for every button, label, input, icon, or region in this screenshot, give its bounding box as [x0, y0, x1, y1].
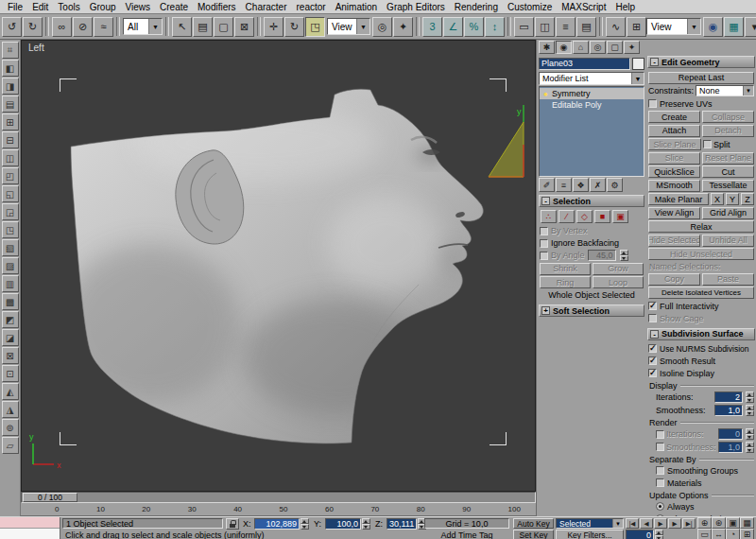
reference-coordinate-dropdown[interactable]: View▼: [327, 18, 370, 35]
delete-isolated-vertices-button[interactable]: Delete Isolated Vertices: [648, 287, 754, 299]
select-by-name-icon[interactable]: ▤: [193, 17, 213, 37]
modifier-list-dropdown[interactable]: Modifier List▼: [539, 72, 644, 85]
undo-icon[interactable]: ↺: [2, 17, 22, 37]
redo-icon[interactable]: ↻: [23, 17, 43, 37]
left-tool-icon[interactable]: ⊚: [2, 419, 19, 436]
edit-named-selections-icon[interactable]: ▭: [514, 17, 534, 37]
key-filters-button[interactable]: Key Filters...: [556, 530, 624, 539]
select-and-rotate-icon[interactable]: ↻: [284, 17, 304, 37]
chevron-down-icon[interactable]: ▼: [612, 519, 623, 528]
spinner-arrows[interactable]: [362, 518, 370, 530]
by-angle-checkbox[interactable]: By Angle 45,0: [540, 250, 644, 261]
cut-button[interactable]: Cut: [702, 165, 754, 178]
checkbox[interactable]: [656, 466, 664, 475]
left-tool-icon[interactable]: ▩: [2, 293, 19, 310]
menu-item[interactable]: Character: [241, 1, 292, 13]
checkbox[interactable]: [540, 252, 548, 260]
left-tool-icon[interactable]: ▱: [2, 437, 19, 454]
subdivision-surface-rollout-header[interactable]: - Subdivision Surface: [647, 328, 755, 340]
attach-button[interactable]: Attach: [648, 125, 700, 137]
rectangular-selection-region-icon[interactable]: ▢: [214, 17, 233, 37]
configure-modifier-sets-icon[interactable]: ⚙: [607, 178, 623, 192]
menu-item[interactable]: Views: [121, 1, 156, 13]
previous-frame-button[interactable]: ◀: [640, 518, 653, 529]
left-tool-icon[interactable]: ⊞: [2, 113, 19, 130]
percent-snap-icon[interactable]: %: [464, 17, 484, 37]
collapse-button[interactable]: Collapse: [702, 111, 754, 123]
left-tool-icon[interactable]: ◧: [2, 60, 19, 77]
soft-selection-rollout-header[interactable]: + Soft Selection: [539, 304, 644, 317]
unhide-all-button[interactable]: Unhide All: [702, 235, 754, 247]
spinner-arrows[interactable]: [655, 530, 663, 539]
viewport-label[interactable]: Left: [28, 43, 44, 53]
use-nurms-checkbox[interactable]: Use NURMS Subdivision: [648, 343, 754, 355]
ring-button[interactable]: Ring: [540, 276, 591, 288]
use-pivot-center-icon[interactable]: ◎: [372, 17, 392, 37]
x-coordinate-field[interactable]: 102,889: [254, 518, 309, 530]
pan-icon[interactable]: ↔: [712, 529, 726, 539]
angle-snap-icon[interactable]: ∠: [443, 17, 463, 37]
select-and-move-icon[interactable]: ✛: [264, 17, 284, 37]
make-planar-x-button[interactable]: X: [711, 193, 724, 205]
by-angle-field[interactable]: 45,0: [588, 250, 616, 261]
left-tool-icon[interactable]: ◪: [2, 329, 19, 346]
select-and-manipulate-icon[interactable]: ✦: [393, 17, 413, 37]
unlink-selection-icon[interactable]: ⊘: [73, 17, 93, 37]
modifier-editable-poly[interactable]: Editable Poly: [540, 99, 644, 111]
left-tool-icon[interactable]: ◭: [2, 383, 19, 400]
tessellate-button[interactable]: Tessellate: [702, 180, 754, 192]
menu-item[interactable]: Modifiers: [193, 1, 241, 13]
checkbox[interactable]: [648, 99, 657, 108]
menu-item[interactable]: Group: [85, 1, 121, 13]
left-tool-icon[interactable]: ▥: [2, 275, 19, 292]
grow-button[interactable]: Grow: [593, 263, 644, 275]
go-to-start-button[interactable]: |◀: [626, 518, 639, 529]
selection-lock-icon[interactable]: [226, 518, 239, 530]
isoline-display-checkbox[interactable]: Isoline Display: [648, 368, 754, 379]
menu-item[interactable]: Create: [155, 1, 193, 13]
preserve-uvs-checkbox[interactable]: Preserve UVs: [648, 98, 754, 110]
zoom-extents-icon[interactable]: ▣: [726, 517, 740, 529]
menu-item[interactable]: Edit: [27, 1, 53, 13]
spinner-arrows[interactable]: [746, 428, 754, 440]
quickslice-button[interactable]: QuickSlice: [648, 165, 700, 178]
motion-tab[interactable]: ◎: [590, 41, 606, 54]
element-icon[interactable]: ▣: [612, 210, 628, 223]
left-tool-icon[interactable]: ◱: [2, 185, 19, 202]
spinner-arrows[interactable]: [746, 391, 754, 403]
left-tool-icon[interactable]: ◮: [2, 401, 19, 418]
set-key-button[interactable]: Set Key: [513, 530, 554, 539]
spinner-arrows[interactable]: [746, 405, 754, 416]
slice-button[interactable]: Slice: [648, 152, 700, 165]
create-button[interactable]: Create: [648, 111, 700, 123]
rollout-toggle[interactable]: +: [541, 306, 550, 315]
left-tool-icon[interactable]: ▨: [2, 257, 19, 274]
time-slider[interactable]: 0 / 100: [21, 492, 536, 503]
display-iterations-field[interactable]: 2: [714, 391, 743, 403]
make-planar-z-button[interactable]: Z: [741, 193, 754, 205]
split-checkbox[interactable]: [703, 140, 712, 148]
display-smoothness-field[interactable]: 1,0: [714, 405, 743, 416]
checkbox[interactable]: [540, 239, 548, 248]
current-frame-field[interactable]: 0: [626, 530, 663, 539]
create-tab[interactable]: ✱: [539, 41, 555, 54]
window-crossing-icon[interactable]: ⊠: [234, 17, 254, 37]
left-tool-icon[interactable]: ▤: [2, 96, 19, 113]
left-tool-icon[interactable]: ◩: [2, 311, 19, 328]
ignore-backfacing-checkbox[interactable]: Ignore Backfacing: [540, 237, 644, 249]
edge-icon[interactable]: ∕: [558, 210, 575, 223]
menu-item[interactable]: File: [3, 1, 27, 13]
shrink-button[interactable]: Shrink: [540, 263, 591, 275]
make-planar-button[interactable]: Make Planar: [648, 193, 709, 205]
menu-item[interactable]: Animation: [331, 1, 382, 13]
repeat-last-button[interactable]: Repeat Last: [648, 72, 754, 84]
zoom-extents-all-icon[interactable]: ▦: [740, 517, 754, 529]
object-color-swatch[interactable]: [632, 58, 644, 70]
view-align-button[interactable]: View Align: [648, 207, 700, 219]
msmooth-button[interactable]: MSmooth: [648, 180, 700, 192]
hide-unselected-button[interactable]: Hide Unselected: [648, 248, 754, 260]
min-max-toggle-icon[interactable]: ⊞: [740, 529, 754, 539]
add-time-tag-button[interactable]: Add Time Tag: [424, 530, 509, 539]
pin-stack-icon[interactable]: ✐: [539, 178, 555, 192]
show-cage-checkbox[interactable]: Show Cage: [648, 313, 754, 324]
